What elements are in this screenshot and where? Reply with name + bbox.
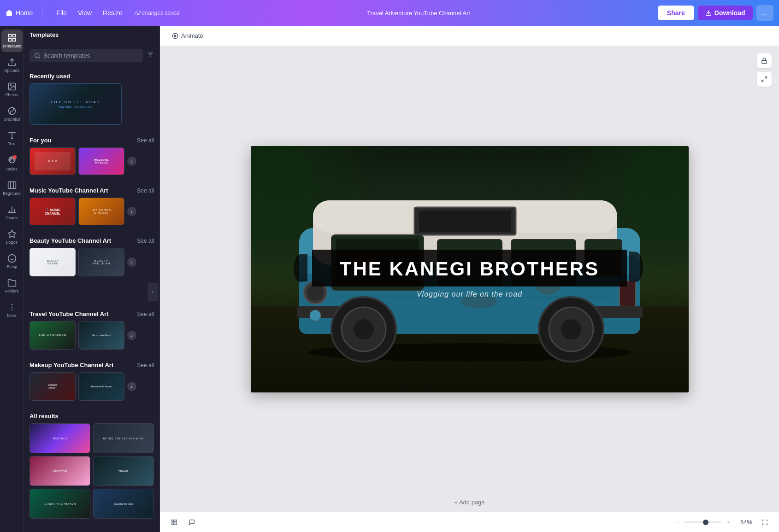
travel-yt-see-all[interactable]: See all [137, 311, 154, 317]
result-thumb-3[interactable]: LIFESTYLE [30, 456, 90, 486]
svg-point-23 [8, 255, 16, 263]
sidebar-item-photos[interactable]: Photos [1, 78, 23, 101]
zoom-slider[interactable] [685, 521, 721, 523]
text-icon [7, 131, 17, 140]
topbar-nav: File View Resize [52, 7, 127, 18]
all-results-title: All results [30, 413, 59, 420]
zoom-percent: 54% [736, 519, 752, 526]
home-icon [6, 9, 13, 17]
channel-title[interactable]: THE KANEGI BROTHERS [340, 258, 599, 280]
sidebar-item-folders[interactable]: Folders [1, 275, 23, 297]
svg-point-56 [354, 319, 374, 339]
bottom-left-tools [167, 515, 199, 529]
makeup-yt-see-all[interactable]: See all [137, 362, 154, 368]
travel-thumb-2[interactable]: life on the Road [78, 321, 124, 350]
result-thumb-1[interactable]: ABSTRACT [30, 423, 90, 453]
expand-icon [761, 76, 767, 82]
home-button[interactable]: Home [6, 9, 33, 17]
beauty-yt-next[interactable]: › [127, 257, 136, 267]
svg-rect-4 [8, 39, 11, 41]
hide-panel-area: ‹ [24, 283, 159, 301]
animate-button[interactable]: Animate [167, 29, 208, 42]
more-options-button[interactable]: ... [756, 5, 773, 21]
canvas-text-area[interactable]: THE KANEGI BROTHERS Vlogging our life on… [308, 250, 631, 298]
beauty-thumb-2[interactable]: BEAUTYAND GLAM [78, 248, 124, 276]
music-yt-next[interactable]: › [127, 207, 136, 216]
recently-used-thumb[interactable]: LIFE ON THE ROAD YouTube Channel Art [30, 83, 122, 125]
makeup-yt-title: Makeup YouTube Channel Art [30, 362, 113, 368]
sidebar-item-more[interactable]: More [1, 299, 23, 322]
lock-button[interactable] [757, 53, 772, 68]
charts-icon [7, 205, 17, 214]
grid-view-button[interactable] [167, 515, 181, 529]
filter-button[interactable] [147, 51, 154, 60]
bottom-toolbar: − + 54% [160, 512, 779, 532]
saved-status: All changes saved [135, 10, 179, 16]
channel-subtitle[interactable]: Vlogging our life on the road [312, 290, 627, 298]
for-you-thumb-2[interactable]: WELCOMEMY BLOG [78, 147, 124, 175]
result-thumb-2[interactable]: RETRO STRIKES AND WINS [93, 423, 154, 453]
expand-button[interactable] [757, 72, 772, 87]
zoom-in-button[interactable]: + [725, 517, 732, 527]
sidebar-more-label: More [7, 313, 17, 318]
sidebar-uploads-label: Uploads [4, 68, 19, 73]
design-canvas[interactable]: THE KANEGI BROTHERS Vlogging our life on… [251, 146, 689, 392]
makeup-yt-carousel: MAKEUPARTIST Beaute de la femme › [30, 372, 154, 401]
sidebar-item-templates[interactable]: Templates [1, 29, 23, 52]
music-thumb-1[interactable]: 🎵 MUSICCHANNEL [30, 198, 76, 225]
share-button[interactable]: Share [658, 6, 694, 20]
music-yt-title: Music YouTube Channel Art [30, 187, 108, 194]
svg-point-28 [11, 310, 12, 311]
beauty-yt-header: Beauty YouTube Channel Art See all [30, 237, 154, 244]
for-you-next[interactable]: › [127, 157, 136, 166]
notes-button[interactable] [185, 515, 199, 529]
makeup-thumb-2[interactable]: Beaute de la femme [78, 372, 124, 401]
left-sidebar: Templates Uploads Photos Graphics [0, 26, 24, 532]
download-button[interactable]: Download [698, 6, 753, 20]
music-thumb-2[interactable]: HIT SONGS& MUSIC [78, 198, 124, 225]
for-you-title: For you [30, 137, 52, 144]
sidebar-item-charts[interactable]: Charts [1, 201, 23, 224]
zoom-thumb[interactable] [703, 520, 708, 525]
makeup-yt-next[interactable]: › [127, 382, 136, 391]
sidebar-item-background[interactable]: Bkground [1, 177, 23, 199]
section-makeup-yt: Makeup YouTube Channel Art See all MAKEU… [24, 356, 159, 401]
animate-icon [172, 33, 178, 39]
more-icon [7, 303, 17, 312]
for-you-see-all[interactable]: See all [137, 137, 154, 144]
sidebar-item-graphics[interactable]: Graphics [1, 103, 23, 125]
canvas-main: THE KANEGI BROTHERS Vlogging our life on… [160, 46, 779, 492]
all-results-header: All results [30, 413, 154, 420]
result-thumb-4[interactable]: TRAVEL [93, 456, 154, 486]
svg-rect-65 [172, 520, 174, 521]
beauty-yt-see-all[interactable]: See all [137, 238, 154, 244]
all-results-grid: ABSTRACT RETRO STRIKES AND WINS LIFESTYL… [30, 423, 154, 519]
fullscreen-button[interactable] [758, 515, 772, 529]
travel-thumb-1[interactable]: THE WANDERER [30, 321, 76, 350]
svg-point-63 [310, 310, 321, 321]
travel-yt-next[interactable]: › [127, 331, 136, 340]
add-page-bar[interactable]: + Add page [160, 492, 779, 512]
svg-marker-34 [175, 35, 177, 37]
sidebar-item-logos[interactable]: Logos [1, 226, 23, 248]
search-wrapper[interactable]: Search templates [30, 49, 143, 62]
sidebar-item-emoji[interactable]: Emoji [1, 250, 23, 273]
section-beauty-yt: Beauty YouTube Channel Art See all BEAUT… [24, 232, 159, 276]
section-recently-used: Recently used LIFE ON THE ROAD YouTube C… [24, 67, 159, 125]
sidebar-item-text[interactable]: Text [1, 127, 23, 150]
view-menu[interactable]: View [73, 7, 96, 18]
travel-yt-header: Travel YouTube Channel Art See all [30, 310, 154, 317]
zoom-out-button[interactable]: − [674, 517, 681, 527]
hide-panel-button[interactable]: ‹ [148, 283, 158, 301]
document-title: Travel Adventure YouTube Channel Art [367, 10, 470, 17]
for-you-thumb-1[interactable]: ❋ ❋ ❋ [30, 147, 76, 175]
sidebar-item-uploads[interactable]: Uploads [1, 54, 23, 76]
music-yt-see-all[interactable]: See all [137, 187, 154, 194]
beauty-thumb-1[interactable]: BEAUTY& CARE [30, 248, 76, 276]
result-thumb-6[interactable]: travelling the world [93, 489, 154, 519]
resize-menu[interactable]: Resize [98, 7, 127, 18]
result-thumb-5[interactable]: LEARN THE WATER [30, 489, 90, 519]
file-menu[interactable]: File [52, 7, 71, 18]
makeup-thumb-1[interactable]: MAKEUPARTIST [30, 372, 76, 401]
sidebar-item-styles[interactable]: Styles [1, 152, 23, 175]
